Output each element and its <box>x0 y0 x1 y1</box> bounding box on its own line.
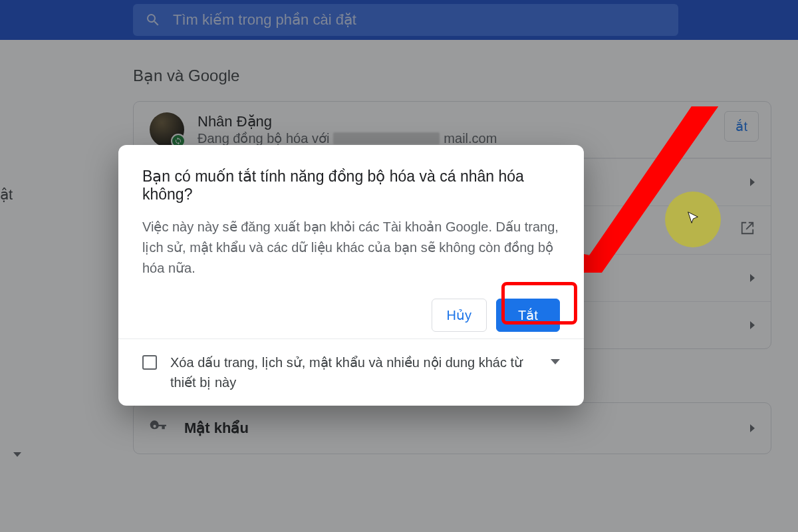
dialog-title: Bạn có muốn tắt tính năng đồng bộ hóa và… <box>142 168 560 203</box>
confirm-turn-off-button[interactable]: Tắt <box>496 299 560 332</box>
dialog-actions: Hủy Tắt <box>142 299 560 332</box>
expand-chevron-down-icon[interactable] <box>551 359 560 364</box>
cancel-button[interactable]: Hủy <box>432 299 487 332</box>
page-root: Tìm kiếm trong phần cài đặt ật Bạn và Go… <box>0 0 798 532</box>
clear-data-checkbox[interactable] <box>142 355 157 370</box>
cursor-icon <box>686 211 700 228</box>
dialog-footer: Xóa dấu trang, lịch sử, mật khẩu và nhiề… <box>142 339 560 392</box>
turn-off-sync-dialog: Bạn có muốn tắt tính năng đồng bộ hóa và… <box>118 145 584 406</box>
clear-data-label: Xóa dấu trang, lịch sử, mật khẩu và nhiề… <box>170 352 537 392</box>
annotation-highlight <box>665 192 721 247</box>
dialog-body: Việc này này sẽ đăng xuất bạn khỏi các T… <box>142 217 560 279</box>
